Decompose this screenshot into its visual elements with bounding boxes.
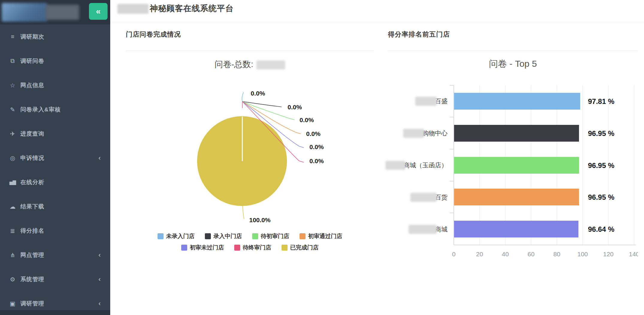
bulb-icon: ◎ [7,155,18,162]
bar-value-5: 96.64 % [588,225,614,233]
masked-prefix [403,129,424,138]
camera-icon: ▣ [7,300,18,307]
legend-swatch [181,245,187,251]
x-axis-tick-labels: 0 20 40 60 80 100 120 140 [452,251,638,258]
bar-rank-2[interactable] [454,125,579,142]
legend-swatch [158,233,164,239]
sidebar-item-entry-review[interactable]: ✎ 问卷录入&审核 [0,97,110,122]
bar-rank-1[interactable] [454,93,580,110]
sidebar-bottom-strip [0,310,110,315]
pie-label-pending-first-review: 0.0% [300,116,314,123]
legend-item-pending-first-review[interactable]: 待初审门店 [252,232,289,240]
copy-icon: ⧉ [7,57,18,64]
legend-swatch [234,245,240,251]
logo-blurred [2,3,47,22]
bar-value-2: 96.95 % [588,129,614,137]
x-tick-60: 60 [527,251,534,258]
bar-value-3: 96.95 % [588,161,614,169]
legend-row-1: 未录入门店 录入中门店 待初审门店 初审通过门店 [158,232,342,240]
sidebar-item-system-management[interactable]: ⚙ 系统管理 ‹ [0,267,110,291]
x-tick-100: 100 [577,251,588,258]
sitemap-icon: ⋔ [7,252,18,259]
legend-swatch [252,233,258,239]
app-root: « ≡ 调研期次 ⧉ 调研问卷 ☆ 网点信息 ✎ 问卷录入&审核 ✈ 进度查询 [0,0,644,315]
legend-swatch [205,233,211,239]
legend-item-first-review-passed[interactable]: 初审通过门店 [300,232,342,240]
bar-rank-3[interactable] [454,157,579,174]
cloud-download-icon: ☁ [7,203,18,210]
bar-value-labels: 97.81 % 96.95 % 96.95 % 96.95 % 96.64 % [588,97,614,233]
leader-completed [243,206,244,219]
sidebar-item-appeal-status[interactable]: ◎ 申诉情况 ‹ [0,146,110,170]
x-tick-0: 0 [452,251,456,258]
bar-rank-5[interactable] [454,221,578,237]
masked-prefix [386,161,405,170]
bar-series [454,93,580,237]
sidebar-item-outlet-info[interactable]: ☆ 网点信息 [0,73,110,97]
masked-prefix [415,97,437,106]
legend-item-completed[interactable]: 已完成门店 [282,244,319,252]
masked-prefix [410,193,437,202]
bar-category-3: 商城（玉函店） [349,160,448,170]
bar-chart-icon: ▅▇ [7,180,18,185]
pie-label-pending-final-review: 0.0% [309,158,324,164]
sidebar-item-progress-query[interactable]: ✈ 进度查询 [0,122,110,146]
star-icon: ☆ [7,82,18,89]
legend-item-not-entered[interactable]: 未录入门店 [158,232,195,240]
chevron-left-icon: ‹ [99,275,101,283]
header-divider [110,22,644,22]
logo-blurred-text [46,5,79,20]
left-panel-title: 门店问卷完成情况 [126,30,181,39]
sidebar-item-result-download[interactable]: ☁ 结果下载 [0,194,110,219]
legend-swatch [282,245,288,251]
leader-not-entered [242,92,244,102]
legend-item-first-review-failed[interactable]: 初审未过门店 [181,244,224,252]
pie-label-not-entered: 0.0% [251,90,265,97]
sidebar: « ≡ 调研期次 ⧉ 调研问卷 ☆ 网点信息 ✎ 问卷录入&审核 ✈ 进度查询 [0,0,110,315]
pie-label-first-review-passed: 0.0% [306,130,321,137]
pie-label-first-review-failed: 0.0% [309,143,324,150]
list-icon: ≡ [7,33,18,40]
chevron-left-icon: ‹ [99,154,101,162]
bar-category-1: 百盛 [349,96,448,106]
sidebar-item-survey-periods[interactable]: ≡ 调研期次 [0,25,110,49]
pie-label-completed: 100.0% [249,216,271,223]
legend-item-pending-final-review[interactable]: 待终审门店 [234,244,271,252]
bar-rank-4[interactable] [454,189,579,205]
left-panel-divider [126,51,374,51]
plane-icon: ✈ [7,130,18,137]
ranked-list-icon: ≣ [7,227,18,234]
masked-prefix [409,225,437,234]
sidebar-item-outlet-management[interactable]: ⋔ 网点管理 ‹ [0,243,110,267]
sidebar-collapse-button[interactable]: « [89,3,108,20]
collapse-chevrons-icon: « [96,7,101,16]
bar-category-5: 商城 [349,224,448,234]
bar-value-4: 96.95 % [588,193,614,201]
bar-value-1: 97.81 % [588,97,614,105]
pie-legend: 未录入门店 录入中门店 待初审门店 初审通过门店 初审未过门店 待终审 [126,232,374,252]
x-tick-80: 80 [553,251,560,258]
gears-icon: ⚙ [7,276,18,283]
sidebar-item-survey-questionnaires[interactable]: ⧉ 调研问卷 [0,49,110,73]
chevron-left-icon: ‹ [99,300,101,308]
right-panel-divider [388,51,638,51]
sidebar-logo-bar: « [0,0,110,25]
pie-label-entering: 0.0% [288,104,302,110]
edit-icon: ✎ [7,106,18,113]
page-title: 神秘顾客在线系统平台 [150,3,234,14]
sidebar-item-online-analysis[interactable]: ▅▇ 在线分析 [0,170,110,194]
right-panel-title: 得分率排名前五门店 [388,30,450,39]
chevron-left-icon: ‹ [99,251,101,259]
sidebar-item-score-ranking[interactable]: ≣ 得分排名 [0,219,110,243]
bar-category-4: 百货 [349,192,448,202]
legend-row-2: 初审未过门店 待终审门店 已完成门店 [181,244,319,252]
legend-swatch [300,233,306,239]
x-tick-40: 40 [502,251,509,258]
bar-category-2: 购物中心 [349,128,448,138]
pie-chart: 0.0% 0.0% 0.0% 0.0% 0.0% 0.0% 100.0% [126,54,374,263]
x-tick-20: 20 [476,251,483,258]
legend-item-entering[interactable]: 录入中门店 [205,232,242,240]
sidebar-menu: ≡ 调研期次 ⧉ 调研问卷 ☆ 网点信息 ✎ 问卷录入&审核 ✈ 进度查询 ◎ … [0,25,110,315]
x-tick-120: 120 [603,251,613,258]
x-tick-140: 140 [629,251,638,258]
